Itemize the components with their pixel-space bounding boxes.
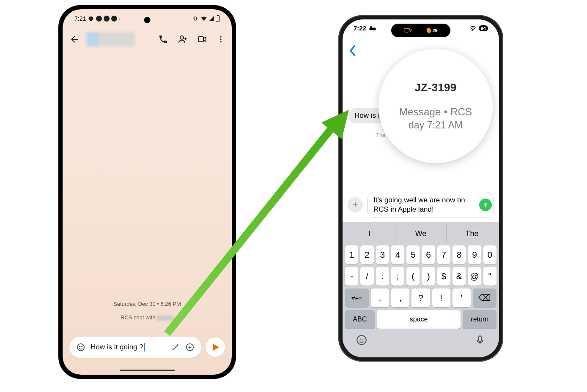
dynamic-island[interactable]: 29 [391, 24, 450, 37]
key[interactable]: $ [437, 267, 450, 286]
space-key[interactable]: space [377, 310, 461, 329]
svg-point-13 [472, 30, 473, 31]
key[interactable]: & [453, 267, 466, 286]
key[interactable]: 6 [422, 245, 435, 264]
arrow-up-icon [482, 201, 489, 208]
svg-rect-3 [198, 37, 203, 42]
send-icon [213, 344, 219, 351]
key[interactable]: 4 [391, 245, 404, 264]
nav-pill[interactable] [120, 370, 175, 371]
key[interactable]: 2 [360, 245, 373, 264]
magnified-timestamp: day 7:21 AM [409, 120, 463, 131]
contact-name-blurred[interactable] [86, 32, 135, 46]
key[interactable]: 5 [406, 245, 420, 264]
magnifier-overlay: JZ-3199 Message • RCS day 7:21 AM [379, 49, 493, 163]
contact-name-blurred [157, 316, 174, 321]
add-attachment-button[interactable]: + [348, 197, 363, 212]
magnified-message-type: Message • RCS [399, 106, 472, 118]
battery-badge: 94 [479, 25, 488, 31]
ios-keyboard: I We The 1 2 3 4 5 6 7 8 9 0 - / : ; [343, 222, 499, 357]
compose-input-pill[interactable]: How is it going ? [69, 337, 201, 358]
more-icon[interactable] [217, 34, 225, 44]
svg-point-2 [180, 36, 184, 39]
key[interactable]: , [391, 289, 409, 307]
svg-rect-17 [479, 336, 482, 341]
compose-text: It's going well we are now on RCS in App… [373, 196, 465, 213]
wifi-icon [200, 15, 207, 22]
svg-rect-12 [370, 26, 372, 28]
rcs-chat-notice: RCS chat with [63, 314, 232, 321]
key[interactable]: ? [411, 289, 430, 307]
vibrate-icon [192, 15, 199, 22]
key[interactable]: - [345, 267, 358, 286]
keyboard-row-2: - / : ; ( ) $ & @ " [344, 267, 497, 286]
key[interactable]: 0 [483, 245, 496, 264]
key[interactable]: 3 [376, 245, 389, 264]
keyboard-row-3: #+= . , ? ! ' ⌫ [344, 289, 497, 307]
keyboard-row-4: ABC space return [344, 310, 497, 329]
key[interactable]: ) [422, 267, 435, 286]
key[interactable]: ' [453, 289, 471, 307]
key[interactable]: 1 [345, 245, 358, 264]
abc-key[interactable]: ABC [345, 310, 375, 329]
svg-point-6 [220, 41, 221, 42]
key[interactable]: @ [468, 267, 481, 286]
back-chevron-icon[interactable] [348, 45, 356, 57]
key[interactable]: ! [432, 289, 450, 307]
add-icon[interactable] [185, 343, 195, 352]
ios-compose-bar: + It's going well we are now on RCS in A… [348, 192, 494, 218]
facebook-icon [111, 16, 117, 22]
shift-key[interactable]: #+= [345, 289, 369, 307]
message-input[interactable]: It's going well we are now on RCS in App… [367, 192, 494, 218]
key[interactable]: 8 [453, 245, 466, 264]
return-key[interactable]: return [463, 310, 496, 329]
key[interactable]: / [360, 267, 373, 286]
key[interactable]: ( [406, 267, 420, 286]
send-button[interactable] [479, 199, 492, 211]
rcs-notice-text: RCS chat with [121, 314, 157, 321]
sleep-icon [369, 26, 376, 31]
send-button[interactable] [206, 338, 225, 357]
svg-point-5 [220, 38, 221, 40]
magic-wand-icon[interactable] [171, 343, 180, 352]
key[interactable]: " [483, 267, 496, 286]
video-call-icon[interactable] [197, 34, 207, 44]
back-arrow-icon[interactable] [69, 34, 80, 44]
emoji-icon[interactable] [356, 335, 367, 346]
svg-point-4 [220, 36, 221, 38]
suggestion-key[interactable]: I [344, 225, 395, 242]
chat-icon [88, 15, 94, 22]
magnified-phone-number: JZ-3199 [415, 81, 457, 94]
mic-icon[interactable] [475, 335, 486, 346]
wifi-icon [469, 26, 476, 31]
facebook-icon [104, 16, 110, 22]
key[interactable]: ; [391, 267, 404, 286]
status-time: 7:21 [74, 15, 86, 22]
call-icon[interactable] [158, 34, 168, 44]
weather-widget: 29 [427, 28, 437, 33]
conversation-header [63, 29, 232, 50]
keyboard-suggestions: I We The [344, 225, 497, 242]
key[interactable]: 7 [437, 245, 450, 264]
signal-icon [209, 16, 214, 21]
emoji-icon[interactable] [76, 343, 85, 352]
key[interactable]: : [376, 267, 389, 286]
status-dot: • [119, 17, 120, 21]
svg-point-16 [362, 338, 364, 340]
suggestion-key[interactable]: The [447, 225, 497, 242]
android-phone-frame: 7:21 • Saturda [58, 5, 236, 379]
compose-text-input[interactable]: How is it going ? [91, 343, 166, 352]
suggestion-key[interactable]: We [395, 225, 447, 242]
battery-icon [216, 16, 220, 22]
coffee-icon [404, 28, 410, 33]
key[interactable]: 9 [468, 245, 481, 264]
add-person-icon[interactable] [178, 34, 188, 44]
svg-point-14 [357, 335, 366, 345]
delete-key[interactable]: ⌫ [473, 289, 496, 307]
status-time: 7:22 [354, 24, 366, 32]
facebook-icon [96, 16, 102, 22]
svg-point-8 [79, 346, 80, 347]
key[interactable]: . [371, 289, 389, 307]
android-screen: 7:21 • Saturda [63, 9, 232, 375]
keyboard-bottom-row [344, 329, 497, 349]
